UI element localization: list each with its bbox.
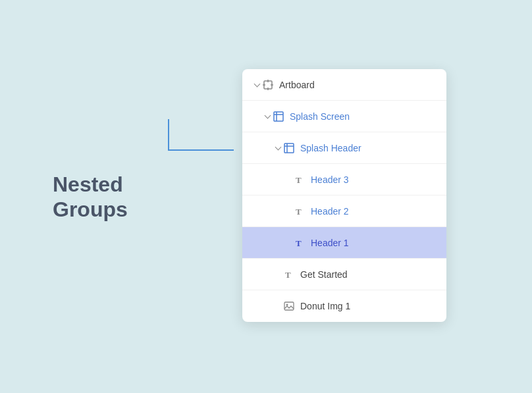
svg-text:T: T [296, 238, 302, 248]
splash-screen-label: Splash Screen [290, 111, 436, 122]
nested-label-line1: Nested [53, 171, 128, 196]
artboard-label: Artboard [279, 80, 436, 90]
svg-rect-8 [284, 144, 294, 153]
nested-label-line2: Groups [53, 197, 128, 222]
group-icon [273, 111, 284, 122]
image-icon [283, 300, 295, 312]
svg-text:T: T [285, 270, 291, 280]
layer-row-header-3[interactable]: T Header 3 [242, 164, 446, 196]
layer-row-get-started[interactable]: T Get Started [242, 259, 446, 290]
svg-rect-5 [274, 112, 283, 121]
svg-rect-15 [284, 302, 294, 310]
chevron-icon [274, 144, 283, 153]
group-icon [283, 142, 295, 154]
svg-text:T: T [296, 175, 302, 185]
nested-groups-label: Nested Groups [53, 171, 128, 222]
get-started-label: Get Started [300, 269, 436, 280]
header2-label: Header 2 [311, 206, 436, 217]
svg-point-16 [286, 304, 288, 306]
splash-header-label: Splash Header [300, 143, 436, 153]
layer-row-header-1[interactable]: T Header 1 [242, 227, 446, 259]
text-icon: T [294, 174, 306, 186]
text-icon: T [283, 269, 295, 280]
donut-img-label: Donut Img 1 [300, 301, 436, 311]
chevron-icon [263, 112, 273, 121]
text-icon: T [294, 205, 306, 217]
chevron-icon [253, 80, 262, 90]
layer-row-splash-header[interactable]: Splash Header [242, 132, 446, 164]
layer-row-splash-screen[interactable]: Splash Screen [242, 101, 446, 132]
layer-row-header-2[interactable]: T Header 2 [242, 196, 446, 227]
header1-label: Header 1 [311, 238, 436, 248]
header3-label: Header 3 [311, 174, 436, 185]
layer-row-artboard[interactable]: Artboard [242, 69, 446, 101]
text-icon: T [294, 237, 306, 249]
layer-panel: Artboard Splash Screen [242, 69, 446, 322]
connector-splash-screen [168, 119, 234, 151]
page-container: Nested Groups Artboard [0, 0, 532, 393]
artboard-icon [262, 79, 274, 91]
svg-text:T: T [296, 207, 302, 217]
layer-row-donut-img[interactable]: Donut Img 1 [242, 290, 446, 322]
